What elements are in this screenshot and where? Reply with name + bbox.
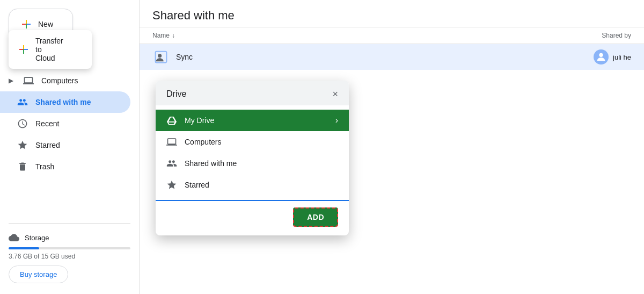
sidebar-divider <box>9 223 130 224</box>
storage-bar-fill <box>9 247 39 249</box>
dialog-item-shared-with-me[interactable]: Shared with me <box>156 153 349 174</box>
dialog-title: Drive <box>166 89 186 99</box>
dialog-body: My Drive › Computers Shared with me <box>156 105 349 196</box>
sidebar-item-recent[interactable]: Recent <box>0 113 130 134</box>
storage-icon <box>9 232 19 243</box>
sidebar-item-trash[interactable]: Trash <box>0 156 130 177</box>
computer-icon <box>23 75 34 86</box>
storage-used-text: 3.76 GB of 15 GB used <box>9 253 130 260</box>
storage-bar-background <box>9 247 130 249</box>
transfer-label: TransfertoCloud <box>35 37 63 62</box>
sidebar-item-shared-with-me[interactable]: Shared with me <box>0 91 130 113</box>
sidebar-item-computers[interactable]: ▶ Computers <box>0 70 130 91</box>
sidebar-label-shared-with-me: Shared with me <box>35 98 91 106</box>
new-button-area: New TransfertoCloud <box>0 4 139 48</box>
sidebar-label-trash: Trash <box>35 162 54 171</box>
transfer-plus-icon <box>17 43 30 56</box>
sidebar: New TransfertoCloud ▶ My Drive ▶ <box>0 0 140 294</box>
sidebar-nav: ▶ My Drive ▶ Computers Shared with me <box>0 48 139 219</box>
drive-dialog: Drive × My Drive › Computers <box>156 81 349 235</box>
svg-rect-5 <box>19 49 23 50</box>
star-dialog-icon <box>166 180 177 190</box>
dialog-footer: ADD <box>156 200 349 235</box>
computer-dialog-icon <box>166 137 177 147</box>
sidebar-label-starred: Starred <box>35 141 60 149</box>
clock-icon <box>17 118 28 129</box>
storage-section: Storage 3.76 GB of 15 GB used Buy storag… <box>0 228 139 290</box>
dialog-overlay: Drive × My Drive › Computers <box>140 0 644 294</box>
dialog-label-shared-with-me: Shared with me <box>185 159 338 168</box>
storage-text-label: Storage <box>25 234 49 242</box>
svg-rect-7 <box>23 45 24 49</box>
people-icon <box>17 97 28 107</box>
transfer-popup[interactable]: TransfertoCloud <box>9 30 92 69</box>
plus-icon <box>20 18 33 31</box>
svg-rect-1 <box>22 24 26 25</box>
sidebar-label-computers: Computers <box>41 76 78 85</box>
main-content: Shared with me Name ↓ Shared by Sync jul… <box>140 0 644 294</box>
buy-storage-button[interactable]: Buy storage <box>9 266 68 283</box>
star-icon <box>17 140 28 150</box>
dialog-item-computers[interactable]: Computers <box>156 131 349 153</box>
dialog-label-starred: Starred <box>185 181 338 189</box>
dialog-item-my-drive[interactable]: My Drive › <box>156 110 349 131</box>
dialog-label-my-drive: My Drive <box>185 116 328 125</box>
sidebar-item-starred[interactable]: Starred <box>0 134 130 156</box>
svg-rect-2 <box>27 24 31 25</box>
dialog-header: Drive × <box>156 81 349 105</box>
dialog-item-starred[interactable]: Starred <box>156 174 349 196</box>
new-button-label: New <box>38 20 53 28</box>
svg-rect-6 <box>24 49 28 50</box>
storage-label: Storage <box>9 232 130 243</box>
dialog-close-button[interactable]: × <box>332 89 338 99</box>
dialog-label-computers: Computers <box>185 138 338 146</box>
my-drive-arrow: › <box>335 116 338 125</box>
add-button[interactable]: ADD <box>293 207 338 227</box>
trash-icon <box>17 161 28 172</box>
expand-arrow-computers: ▶ <box>9 77 13 84</box>
drive-dialog-icon <box>166 115 177 126</box>
sidebar-label-recent: Recent <box>35 119 59 128</box>
people-dialog-icon <box>166 158 177 169</box>
svg-rect-3 <box>26 20 27 24</box>
